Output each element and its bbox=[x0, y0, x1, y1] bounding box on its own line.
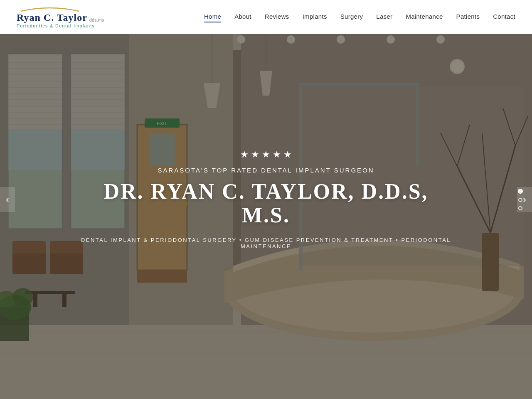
star-2: ★ bbox=[251, 149, 259, 160]
nav-home[interactable]: Home bbox=[204, 13, 221, 22]
hero-content: ★ ★ ★ ★ ★ Sarasota's Top Rated Dental Im… bbox=[79, 149, 453, 249]
nav-contact[interactable]: Contact bbox=[493, 13, 515, 22]
nav-implants[interactable]: Implants bbox=[303, 13, 327, 22]
hero-section: EXIT bbox=[0, 0, 532, 399]
hero-stars: ★ ★ ★ ★ ★ bbox=[79, 149, 453, 160]
nav-maintenance[interactable]: Maintenance bbox=[406, 13, 443, 22]
nav-laser[interactable]: Laser bbox=[376, 13, 392, 22]
main-nav: Home About Reviews Implants Surgery Lase… bbox=[204, 13, 515, 22]
logo: Ryan C. Taylor dds,ms Periodontics & Den… bbox=[17, 6, 104, 28]
slide-dot-3[interactable] bbox=[518, 206, 522, 210]
logo-name: Ryan C. Taylor bbox=[17, 12, 87, 23]
nav-about[interactable]: About bbox=[234, 13, 251, 22]
hero-title: Dr. Ryan C. Taylor, D.D.S, M.S. bbox=[79, 180, 453, 227]
nav-patients[interactable]: Patients bbox=[456, 13, 480, 22]
nav-reviews[interactable]: Reviews bbox=[265, 13, 289, 22]
logo-credentials: dds,ms bbox=[89, 17, 104, 22]
hero-prev-arrow[interactable]: ‹ bbox=[0, 187, 15, 212]
star-1: ★ bbox=[240, 149, 249, 160]
hero-services: Dental Implant & Periodontal Surgery • G… bbox=[79, 237, 453, 250]
star-5: ★ bbox=[283, 149, 292, 160]
star-3: ★ bbox=[262, 149, 270, 160]
star-4: ★ bbox=[273, 149, 281, 160]
hero-tagline: Sarasota's Top Rated Dental Implant Surg… bbox=[79, 167, 453, 174]
slide-indicators bbox=[518, 189, 523, 210]
logo-arc-decoration bbox=[17, 6, 83, 12]
slide-dot-1[interactable] bbox=[518, 189, 523, 194]
nav-surgery[interactable]: Surgery bbox=[340, 13, 363, 22]
slide-dot-2[interactable] bbox=[518, 198, 522, 202]
site-header: Ryan C. Taylor dds,ms Periodontics & Den… bbox=[0, 0, 532, 34]
logo-subtitle: Periodontics & Dental Implants bbox=[17, 23, 104, 28]
